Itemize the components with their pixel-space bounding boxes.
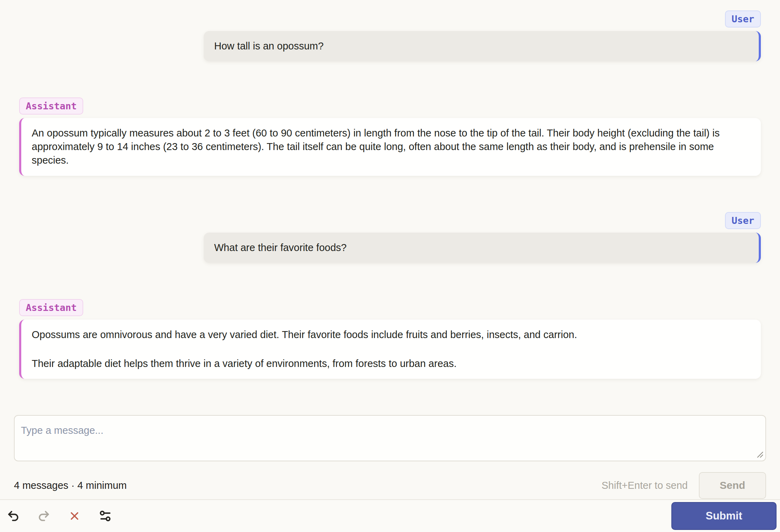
message-input-wrap: [14, 415, 766, 461]
message-group: User How tall is an opossum?: [19, 10, 761, 61]
message-paragraph: Their adaptable diet helps them thrive i…: [32, 357, 750, 370]
composer-status-row: 4 messages · 4 minimum Shift+Enter to se…: [14, 472, 766, 499]
redo-button[interactable]: [36, 508, 52, 524]
message-paragraph: An opossum typically measures about 2 to…: [32, 126, 750, 167]
undo-icon: [7, 509, 20, 523]
message-bubble: Opossums are omnivorous and have a very …: [19, 320, 761, 379]
message-list: User How tall is an opossum? Assistant A…: [0, 0, 780, 379]
send-shortcut-hint: Shift+Enter to send: [602, 480, 688, 491]
message-paragraph: What are their favorite foods?: [214, 241, 748, 255]
message-group: Assistant Opossums are omnivorous and ha…: [19, 299, 761, 379]
settings-button[interactable]: [98, 508, 113, 524]
bottom-toolbar: Submit: [0, 499, 780, 532]
message-group: User What are their favorite foods?: [19, 212, 761, 263]
toolbar-tools: [6, 508, 113, 524]
delete-conversation-button[interactable]: [67, 508, 82, 524]
settings-sliders-icon: [98, 509, 112, 523]
role-badge: Assistant: [19, 299, 83, 316]
send-button[interactable]: Send: [699, 472, 766, 499]
submit-button[interactable]: Submit: [671, 502, 777, 530]
message-paragraph: Opossums are omnivorous and have a very …: [32, 328, 750, 342]
message-input[interactable]: [14, 415, 766, 461]
message-bubble: How tall is an opossum?: [204, 31, 761, 61]
close-icon: [68, 510, 81, 522]
undo-button[interactable]: [6, 508, 21, 524]
message-bubble: An opossum typically measures about 2 to…: [19, 118, 761, 175]
composer: 4 messages · 4 minimum Shift+Enter to se…: [0, 415, 780, 499]
composer-actions: Shift+Enter to send Send: [602, 472, 766, 499]
redo-icon: [37, 509, 50, 523]
role-badge: Assistant: [19, 97, 83, 115]
role-badge: User: [725, 10, 761, 28]
message-paragraph: How tall is an opossum?: [214, 39, 748, 53]
message-group: Assistant An opossum typically measures …: [19, 97, 761, 175]
message-count-status: 4 messages · 4 minimum: [14, 480, 127, 491]
chat-evaluation-app: User How tall is an opossum? Assistant A…: [0, 0, 780, 499]
role-badge: User: [725, 212, 761, 229]
message-bubble: What are their favorite foods?: [204, 233, 761, 263]
